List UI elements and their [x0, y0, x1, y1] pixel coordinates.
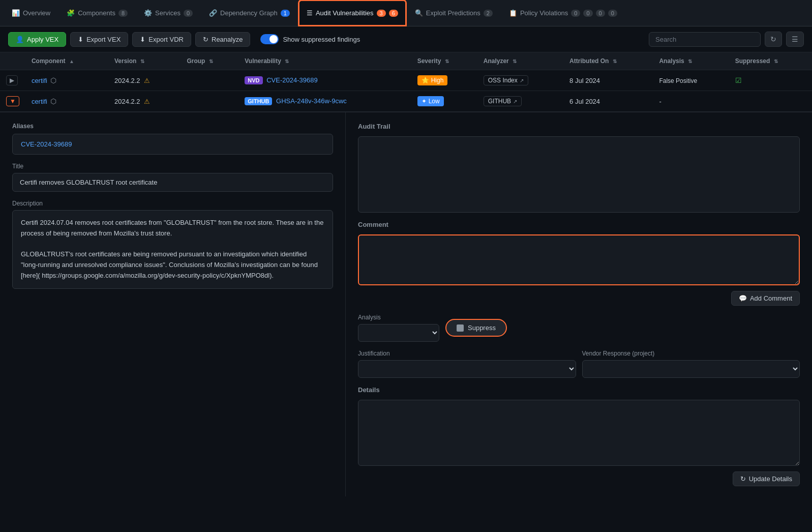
tab-exploit-predictions[interactable]: 🔍 Exploit Predictions 2 [407, 0, 500, 26]
components-icon: 🧩 [67, 9, 75, 17]
analyzer-badge-1[interactable]: OSS Index ↗ [484, 75, 528, 85]
analysis-field-label: Analysis [358, 314, 439, 321]
expand-row1-button[interactable]: ▶ [6, 75, 18, 85]
policy-icon: 📋 [509, 9, 517, 17]
audit-vulnerabilities-icon: ☰ [307, 9, 313, 17]
analysis-1: False Positive [653, 70, 729, 91]
comment-section: Comment 💬 Add Comment [358, 221, 800, 291]
title-section: Title Certifi removes GLOBALTRUST root c… [12, 163, 333, 192]
description-section: Description Certifi 2024.07.04 removes r… [12, 200, 333, 289]
nvd-badge-1: NVD [245, 76, 262, 84]
tab-dependency-graph[interactable]: 🔗 Dependency Graph 1 [201, 0, 297, 26]
update-details-button[interactable]: ↻ Update Details [733, 471, 800, 486]
tab-policy-violations[interactable]: 📋 Policy Violations 0 0 0 0 [501, 0, 625, 26]
alias-box: CVE-2024-39689 [12, 134, 333, 155]
analysis-row: Analysis False Positive True Positive No… [358, 314, 800, 342]
apply-vex-button[interactable]: 👤 Apply VEX [8, 32, 66, 47]
details-textarea[interactable] [358, 400, 800, 466]
update-icon: ↻ [740, 475, 746, 483]
version-1: 2024.2.2 [114, 77, 140, 84]
audit-vuln-badge1: 3 [377, 10, 386, 17]
vuln-link-1[interactable]: CVE-2024-39689 [266, 76, 317, 84]
group-2 [181, 91, 238, 112]
col-attributed-on[interactable]: Attributed On ⇅ [563, 52, 653, 70]
vendor-response-label: Vendor Response (project) [582, 350, 800, 357]
component-link-2[interactable]: certifi [32, 98, 47, 105]
refresh-icon: ↻ [203, 36, 208, 43]
col-expand [0, 52, 25, 70]
search-box: ↻ ☰ [649, 32, 804, 47]
view-toggle-button[interactable]: ☰ [786, 32, 804, 47]
col-component[interactable]: Component ▲ [25, 52, 108, 70]
export-vex-button[interactable]: ⬇ Export VEX [70, 32, 128, 47]
download-icon: ⬇ [78, 36, 83, 43]
suppress-button[interactable]: Suppress [445, 319, 507, 337]
services-icon: ⚙️ [144, 9, 152, 17]
audit-vuln-badge2: 6 [389, 10, 398, 17]
col-analysis[interactable]: Analysis ⇅ [653, 52, 729, 70]
dependency-graph-badge: 1 [281, 10, 290, 17]
add-comment-button[interactable]: 💬 Add Comment [731, 291, 800, 306]
vuln-link-2[interactable]: GHSA-248v-346w-9cwc [276, 97, 347, 105]
analyzer-badge-2[interactable]: GITHUB ↗ [484, 96, 522, 106]
suppressed-toggle[interactable] [260, 34, 279, 44]
warning-icon-2: ⚠ [144, 98, 150, 105]
details-label: Details [358, 386, 800, 394]
group-1 [181, 70, 238, 91]
github-badge-2: GITHUB [245, 97, 272, 105]
warning-icon-1: ⚠ [144, 77, 150, 84]
aliases-section: Aliases CVE-2024-39689 [12, 123, 333, 155]
tab-components[interactable]: 🧩 Components 8 [59, 0, 135, 26]
toolbar: 👤 Apply VEX ⬇ Export VEX ⬇ Export VDR ↻ … [0, 26, 812, 52]
col-group[interactable]: Group ⇅ [181, 52, 238, 70]
title-label: Title [12, 163, 333, 170]
dependency-graph-icon: 🔗 [209, 9, 217, 17]
tab-services[interactable]: ⚙️ Services 0 [136, 0, 200, 26]
description-box: Certifi 2024.07.04 removes root certific… [12, 210, 333, 289]
network-icon-1: ⬡ [50, 76, 56, 84]
aliases-label: Aliases [12, 123, 333, 130]
services-badge: 0 [184, 10, 193, 17]
comment-textarea[interactable] [358, 234, 800, 285]
vendor-response-select[interactable] [582, 360, 800, 378]
details-section: Details ↻ Update Details [358, 386, 800, 471]
export-vdr-button[interactable]: ⬇ Export VDR [132, 32, 191, 47]
audit-trail-box [358, 136, 800, 213]
col-version[interactable]: Version ⇅ [108, 52, 181, 70]
detail-left-panel: Aliases CVE-2024-39689 Title Certifi rem… [0, 112, 346, 496]
tab-overview[interactable]: 📊 Overview [4, 0, 58, 26]
suppressed-toggle-area: Show suppressed findings [260, 34, 360, 44]
justification-label: Justification [358, 350, 576, 357]
vulnerabilities-table: Component ▲ Version ⇅ Group ⇅ Vulnerabil… [0, 52, 812, 112]
analysis-select[interactable]: False Positive True Positive Not Affecte… [358, 324, 439, 342]
description-label: Description [12, 200, 333, 207]
col-vulnerability[interactable]: Vulnerability ⇅ [238, 52, 411, 70]
person-icon: 👤 [16, 36, 24, 43]
comment-label: Comment [358, 221, 800, 228]
download2-icon: ⬇ [140, 36, 145, 43]
exploit-badge: 2 [484, 10, 493, 17]
network-icon-2: ⬡ [50, 97, 56, 105]
reanalyze-button[interactable]: ↻ Reanalyze [195, 32, 250, 47]
severity-badge-2: ✦ Low [417, 96, 444, 106]
refresh-button[interactable]: ↻ [765, 32, 782, 47]
alias-value: CVE-2024-39689 [21, 140, 72, 148]
audit-trail-section: Audit Trail [358, 123, 800, 213]
col-suppressed[interactable]: Suppressed ⇅ [729, 52, 812, 70]
search-input[interactable] [649, 32, 761, 47]
justification-select[interactable]: Code Not Present Code Not Reachable Requ… [358, 360, 576, 378]
components-badge: 8 [118, 10, 128, 17]
attributed-on-2: 6 Jul 2024 [563, 91, 653, 112]
col-severity[interactable]: Severity ⇅ [411, 52, 477, 70]
expand-row2-button[interactable]: ▼ [6, 96, 19, 106]
suppress-icon [457, 324, 464, 332]
component-link-1[interactable]: certifi [32, 77, 47, 84]
version-2: 2024.2.2 [114, 98, 140, 105]
attributed-on-1: 8 Jul 2024 [563, 70, 653, 91]
table-row: ▶ certifi ⬡ 2024.2.2 ⚠ NVD CVE-2024-3968… [0, 70, 812, 91]
detail-right-panel: Audit Trail Comment 💬 Add Comment Analys… [346, 112, 812, 496]
tab-audit-vulnerabilities[interactable]: ☰ Audit Vulnerabilities 3 6 [298, 0, 406, 26]
table-row: ▼ certifi ⬡ 2024.2.2 ⚠ GITHUB GHSA-248v-… [0, 91, 812, 112]
col-analyzer[interactable]: Analyzer ⇅ [477, 52, 563, 70]
suppressed-check-1[interactable]: ☑ [735, 76, 742, 84]
